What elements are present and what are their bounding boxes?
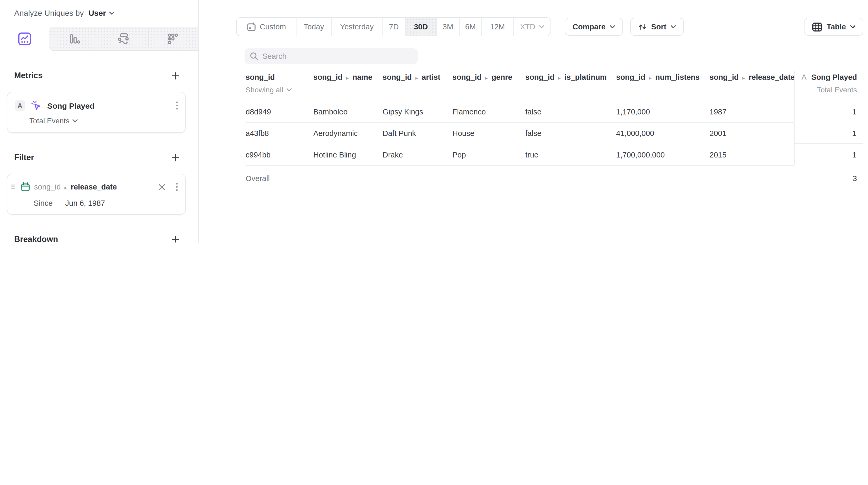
date-range-today[interactable]: Today	[296, 18, 331, 36]
search-icon	[250, 52, 258, 60]
date-range-30d[interactable]: 30D	[405, 18, 436, 36]
breadcrumb-arrow-icon	[65, 183, 67, 191]
entity-selector[interactable]: User	[88, 8, 106, 17]
table-overall-row: Overall 3	[246, 166, 863, 191]
date-range-label: 6M	[465, 23, 476, 31]
query-builder-sidebar: Analyze Uniques by User	[0, 0, 199, 243]
metric-kebab-menu[interactable]	[175, 100, 179, 111]
event-click-icon	[30, 100, 42, 111]
breadcrumb-arrow-icon	[346, 73, 349, 81]
date-range-yesterday[interactable]: Yesterday	[331, 18, 382, 36]
metric-measure-label: Total Events	[29, 117, 69, 125]
column-header-name[interactable]: song_idname	[313, 71, 382, 101]
compare-label: Compare	[572, 23, 606, 31]
date-range-custom[interactable]: Custom	[237, 18, 296, 36]
filter-card[interactable]: song_id release_date Since Jun 6, 1987	[7, 174, 186, 215]
date-range-6m[interactable]: 6M	[459, 18, 481, 36]
column-header-release-date[interactable]: song_idrelease_date	[710, 71, 794, 101]
breadcrumb-arrow-icon	[485, 73, 488, 81]
breakdown-section-header: Breakdown	[0, 234, 198, 243]
add-metric-button[interactable]	[172, 72, 180, 80]
remove-filter-button[interactable]	[158, 183, 165, 190]
bar-chart-icon	[67, 32, 81, 46]
tab-retention[interactable]	[148, 27, 197, 51]
date-range-label: Custom	[260, 23, 286, 31]
flows-icon	[117, 32, 130, 46]
filter-property-name: release_date	[71, 183, 117, 191]
filter-section-header: Filter	[0, 152, 198, 163]
date-type-icon	[21, 182, 30, 191]
analyze-header: Analyze Uniques by User	[0, 0, 198, 26]
filter-property-prefix: song_id	[34, 183, 61, 191]
tab-line-chart[interactable]	[0, 26, 49, 51]
metric-event-name[interactable]: Song Played	[47, 101, 169, 110]
breadcrumb-arrow-icon	[742, 73, 745, 81]
table-row[interactable]: a43fb8AerodynamicDaft PunkHousefalse41,0…	[246, 123, 863, 144]
date-range-label: Today	[304, 23, 324, 31]
breakdown-title: Breakdown	[14, 235, 58, 243]
date-range-xtd[interactable]: XTD	[513, 18, 551, 36]
compare-button[interactable]: Compare	[565, 18, 623, 36]
report-main-area: Custom Today Yesterday 7D 30D 3M 6M 12M …	[199, 0, 868, 243]
date-range-label: 12M	[490, 23, 505, 31]
view-type-label: Table	[827, 23, 846, 31]
tab-bar-chart[interactable]	[49, 27, 99, 51]
column-header-metric[interactable]: ASong Played Total Events	[794, 71, 863, 101]
filter-kebab-menu[interactable]	[175, 182, 179, 192]
breadcrumb-arrow-icon	[558, 73, 561, 81]
metric-series-badge: A	[15, 100, 25, 111]
metrics-section-header: Metrics	[0, 70, 198, 81]
date-range-label: XTD	[520, 23, 535, 31]
filter-value[interactable]: Jun 6, 1987	[65, 199, 105, 207]
date-range-label: 7D	[389, 23, 399, 31]
tab-flows[interactable]	[99, 27, 148, 51]
column-header-num-listens[interactable]: song_idnum_listens	[616, 71, 710, 101]
search-input[interactable]	[245, 48, 418, 64]
sort-arrows-icon	[638, 23, 647, 31]
overall-label: Overall	[246, 166, 313, 191]
date-range-control: Custom Today Yesterday 7D 30D 3M 6M 12M …	[236, 17, 551, 36]
breadcrumb-arrow-icon	[649, 73, 652, 81]
results-table: song_id Showing all song_idname song_ida…	[246, 71, 863, 191]
date-range-7d[interactable]: 7D	[382, 18, 405, 36]
table-header-row: song_id Showing all song_idname song_ida…	[246, 71, 863, 101]
date-range-label: 30D	[414, 23, 428, 31]
column-header-artist[interactable]: song_idartist	[382, 71, 453, 101]
app-window: Analyze Uniques by User	[0, 0, 868, 243]
date-range-label: 3M	[443, 23, 453, 31]
report-toolbar: Custom Today Yesterday 7D 30D 3M 6M 12M …	[236, 17, 863, 36]
metrics-title: Metrics	[14, 71, 43, 80]
drag-handle-icon[interactable]	[10, 184, 17, 189]
date-range-12m[interactable]: 12M	[481, 18, 513, 36]
view-type-button[interactable]: Table	[804, 18, 863, 36]
sort-button[interactable]: Sort	[630, 18, 684, 36]
chart-type-tabs	[0, 26, 198, 51]
table-row[interactable]: d8d949BamboleoGipsy KingsFlamencofalse1,…	[246, 101, 863, 123]
sort-label: Sort	[651, 23, 666, 31]
column-header-genre[interactable]: song_idgenre	[453, 71, 525, 101]
calendar-icon	[247, 22, 256, 31]
date-range-label: Yesterday	[340, 23, 374, 31]
table-grid-icon	[812, 22, 823, 32]
date-range-3m[interactable]: 3M	[436, 18, 459, 36]
filter-operator[interactable]: Since	[34, 199, 53, 207]
table-search	[245, 48, 418, 64]
analyze-label: Analyze Uniques by	[14, 8, 84, 17]
chevron-down-icon[interactable]	[109, 11, 115, 14]
column-header-song-id[interactable]: song_id Showing all	[246, 71, 313, 101]
add-breakdown-button[interactable]	[172, 235, 180, 243]
retention-grid-icon	[166, 32, 180, 46]
inactive-tabs-background	[49, 27, 198, 51]
breadcrumb-arrow-icon	[415, 73, 418, 81]
add-filter-button[interactable]	[172, 154, 180, 161]
line-chart-icon	[18, 32, 31, 46]
metric-card[interactable]: A Song Played Total Events	[7, 92, 186, 133]
column-header-is-platinum[interactable]: song_idis_platinum	[525, 71, 616, 101]
overall-value: 3	[794, 166, 863, 191]
showing-all-dropdown[interactable]: Showing all	[246, 83, 313, 97]
metric-measure-dropdown[interactable]: Total Events	[29, 116, 179, 125]
filter-title: Filter	[14, 153, 34, 162]
table-row[interactable]: c994bbHotline BlingDrakePoptrue1,700,000…	[246, 144, 863, 166]
